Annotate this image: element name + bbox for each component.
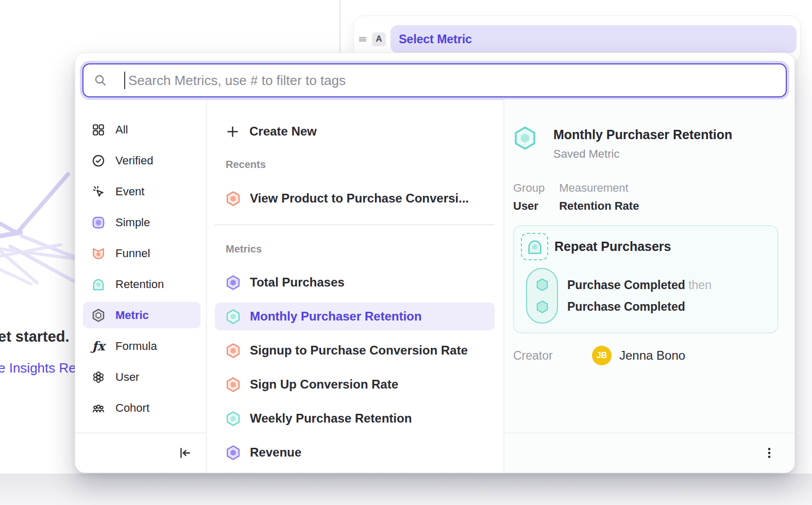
sidebar-item-metric[interactable]: Metric xyxy=(83,302,200,328)
measurement-label: Measurement xyxy=(559,181,639,195)
decorative-chart-lines xyxy=(0,155,82,330)
retention-metric-type-icon xyxy=(226,411,241,426)
metric-item-label: Weekly Purchase Retention xyxy=(250,411,412,426)
step-1-event: Purchase Completed xyxy=(567,278,685,292)
list-divider xyxy=(215,224,495,225)
steps-capsule xyxy=(526,268,558,324)
detail-header: Monthly Purchaser Retention Saved Metric xyxy=(513,126,782,161)
step-1: Purchase Completed then xyxy=(567,275,712,295)
definition-steps: Purchase Completed then Purchase Complet… xyxy=(526,268,770,324)
simple-metric-icon xyxy=(92,216,105,229)
creator-avatar: JB xyxy=(592,346,612,365)
sidebar-item-label: All xyxy=(115,123,128,137)
metric-list-column: Create New Recents View Product to Purch… xyxy=(207,99,504,473)
sidebar-item-formula[interactable]: ƒx Formula xyxy=(83,333,200,359)
background-insights-link-fragment[interactable]: e Insights Re xyxy=(0,360,76,376)
metric-item-label: Signup to Purchase Conversion Rate xyxy=(250,343,468,358)
metric-item-label: Monthly Purchaser Retention xyxy=(250,309,421,324)
retention-definition-icon-box xyxy=(521,233,548,260)
group-value: User xyxy=(513,199,545,213)
measurement-meta: Measurement Retention Rate xyxy=(559,181,639,213)
select-metric-label: Select Metric xyxy=(399,32,472,46)
verified-seal-icon xyxy=(92,154,105,167)
formula-fx-icon: ƒx xyxy=(92,340,105,353)
sidebar-item-label: Verified xyxy=(115,154,153,167)
detail-meta: Group User Measurement Retention Rate xyxy=(513,181,782,213)
metric-item-weekly-purchase-retention[interactable]: Weekly Purchase Retention xyxy=(215,405,495,432)
sidebar-item-label: Formula xyxy=(115,340,157,353)
detail-footer xyxy=(504,432,794,473)
simple-metric-type-icon xyxy=(226,275,241,290)
cohort-people-icon xyxy=(92,401,105,415)
event-hexagon-icon xyxy=(535,278,549,292)
metric-item-monthly-purchaser-retention[interactable]: Monthly Purchaser Retention xyxy=(215,302,495,330)
sidebar-item-all[interactable]: All xyxy=(83,116,200,143)
sidebar-item-funnel[interactable]: Funnel xyxy=(83,240,200,266)
metric-item-revenue[interactable]: Revenue xyxy=(215,439,495,466)
sidebar-item-user[interactable]: User xyxy=(83,364,200,390)
sidebar-item-retention[interactable]: Retention xyxy=(83,271,200,297)
collapse-sidebar-icon[interactable] xyxy=(178,446,192,460)
metric-item-label: View Product to Purchase Conversi... xyxy=(250,191,469,206)
metric-definition-card: Repeat Purchasers Purchase Completed the… xyxy=(513,225,779,333)
select-metric-button[interactable]: Select Metric xyxy=(391,25,797,53)
step-connector: then xyxy=(688,278,712,292)
funnel-metric-type-icon xyxy=(226,343,241,358)
sidebar-item-verified[interactable]: Verified xyxy=(83,147,200,174)
sidebar-item-cohort[interactable]: Cohort xyxy=(83,395,200,421)
group-meta: Group User xyxy=(513,181,545,213)
search-icon xyxy=(94,74,107,87)
sidebar-item-label: Simple xyxy=(115,216,150,229)
creator-name: Jenna Bono xyxy=(619,348,685,363)
metric-item-label: Sign Up Conversion Rate xyxy=(250,377,398,392)
grid-icon xyxy=(92,123,105,137)
series-badge: A xyxy=(372,32,386,46)
funnel-metric-type-icon xyxy=(226,191,241,206)
recents-header: Recents xyxy=(226,159,495,171)
definition-name: Repeat Purchasers xyxy=(554,239,671,254)
funnel-icon xyxy=(92,247,105,260)
cursor-click-icon xyxy=(92,185,105,198)
retention-arch-icon xyxy=(92,278,105,291)
sidebar-item-label: Cohort xyxy=(115,401,149,415)
screen: et started. e Insights Re A Select Metri… xyxy=(0,0,812,505)
create-new-label: Create New xyxy=(249,124,317,139)
create-new-button[interactable]: Create New xyxy=(215,119,495,144)
group-label: Group xyxy=(513,181,545,195)
step-2-event: Purchase Completed xyxy=(567,300,685,313)
drag-handle-icon[interactable] xyxy=(357,33,368,45)
search-area xyxy=(75,53,794,99)
sidebar-item-simple[interactable]: Simple xyxy=(83,209,200,235)
simple-metric-type-icon xyxy=(226,445,241,460)
metric-item-sign-up-conversion-rate[interactable]: Sign Up Conversion Rate xyxy=(215,371,495,398)
metric-item-total-purchases[interactable]: Total Purchases xyxy=(215,268,495,296)
metric-item-signup-to-purchase-conversion-rate[interactable]: Signup to Purchase Conversion Rate xyxy=(215,336,495,364)
metric-hexagon-icon xyxy=(92,309,105,322)
detail-title: Monthly Purchaser Retention xyxy=(553,127,732,142)
sidebar-item-label: Metric xyxy=(115,309,149,322)
picker-columns: All Verified Event Simple Funnel xyxy=(75,99,794,473)
event-hexagon-icon xyxy=(535,300,549,314)
sidebar-item-event[interactable]: Event xyxy=(83,178,200,205)
sidebar-item-label: Event xyxy=(115,185,144,198)
overflow-menu-icon[interactable] xyxy=(763,446,776,460)
text-caret xyxy=(124,72,125,89)
detail-subtitle: Saved Metric xyxy=(553,147,732,161)
creator-row: Creator JB Jenna Bono xyxy=(513,346,782,365)
background-bottom-strip xyxy=(0,474,812,505)
retention-metric-type-icon xyxy=(513,126,537,150)
plus-icon xyxy=(226,125,240,139)
sidebar-item-label: Retention xyxy=(115,278,164,291)
recent-metric-item[interactable]: View Product to Purchase Conversi... xyxy=(215,184,495,212)
search-box[interactable] xyxy=(82,63,787,97)
type-filter-sidebar: All Verified Event Simple Funnel xyxy=(75,99,207,473)
metric-item-label: Total Purchases xyxy=(250,275,345,290)
definition-header: Repeat Purchasers xyxy=(521,233,770,260)
user-cluster-icon xyxy=(92,371,105,384)
retention-metric-type-icon xyxy=(226,309,241,324)
step-2: Purchase Completed xyxy=(567,296,712,317)
metric-item-label: Revenue xyxy=(250,445,301,460)
sidebar-item-label: User xyxy=(115,371,139,384)
sidebar-footer xyxy=(75,432,206,473)
search-input[interactable] xyxy=(127,72,786,89)
